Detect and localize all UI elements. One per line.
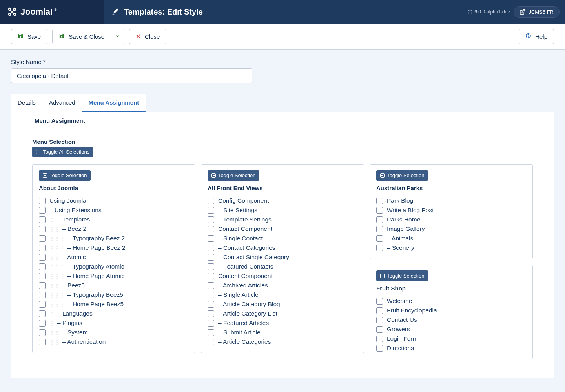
checkbox[interactable] — [208, 301, 214, 308]
menu-item-label[interactable]: – Template Settings — [218, 216, 272, 223]
checkbox[interactable] — [39, 339, 46, 345]
checkbox[interactable] — [376, 235, 383, 242]
menu-item-label[interactable]: – Archived Articles — [218, 282, 268, 289]
checkbox[interactable] — [208, 320, 214, 327]
checkbox[interactable] — [376, 298, 383, 305]
menu-item-label[interactable]: – Typography Beez 2 — [67, 235, 125, 242]
checkbox[interactable] — [208, 263, 214, 270]
menu-item-label[interactable]: – Languages — [57, 310, 93, 317]
checkbox[interactable] — [39, 273, 46, 279]
checkbox[interactable] — [208, 198, 214, 204]
checkbox[interactable] — [376, 326, 383, 333]
toggle-selection-button[interactable]: Toggle Selection — [376, 170, 428, 181]
checkbox[interactable] — [208, 207, 214, 214]
menu-item-label[interactable]: – Templates — [57, 216, 90, 223]
site-link-pill[interactable]: JCMS6 FR — [514, 6, 560, 18]
checkbox[interactable] — [376, 307, 383, 314]
checkbox[interactable] — [376, 216, 383, 223]
menu-item-label[interactable]: Config Component — [218, 197, 269, 204]
help-button[interactable]: Help — [519, 29, 554, 44]
save-dropdown-toggle[interactable] — [111, 29, 124, 44]
menu-item-label[interactable]: – Beez5 — [62, 282, 85, 289]
checkbox[interactable] — [208, 282, 214, 289]
menu-item-label[interactable]: – Authentication — [62, 338, 106, 345]
menu-item-label[interactable]: Growers — [387, 326, 410, 333]
checkbox[interactable] — [376, 345, 383, 352]
menu-item-label[interactable]: Contact Component — [218, 225, 272, 232]
checkbox[interactable] — [39, 310, 46, 317]
checkbox[interactable] — [376, 336, 383, 342]
menu-item-label[interactable]: – System — [62, 329, 88, 336]
menu-item-label[interactable]: Parks Home — [387, 216, 420, 223]
checkbox[interactable] — [39, 216, 46, 223]
checkbox[interactable] — [376, 317, 383, 323]
menu-item-label[interactable]: Welcome — [387, 298, 412, 305]
menu-item-label[interactable]: – Featured Contacts — [218, 263, 273, 270]
menu-item-label[interactable]: – Article Category Blog — [218, 301, 280, 308]
style-name-input[interactable] — [11, 68, 252, 83]
checkbox[interactable] — [39, 263, 46, 270]
checkbox[interactable] — [208, 235, 214, 242]
menu-item-label[interactable]: – Submit Article — [218, 329, 261, 336]
checkbox[interactable] — [208, 292, 214, 298]
checkbox[interactable] — [208, 254, 214, 261]
menu-item-label[interactable]: Content Component — [218, 272, 273, 279]
menu-item-label[interactable]: – Animals — [387, 235, 413, 242]
checkbox[interactable] — [208, 245, 214, 251]
menu-item-label[interactable]: – Article Category List — [218, 310, 277, 317]
checkbox[interactable] — [39, 301, 46, 308]
checkbox[interactable] — [39, 329, 46, 336]
menu-item-label[interactable]: – Featured Articles — [218, 319, 269, 327]
checkbox[interactable] — [208, 339, 214, 345]
checkbox[interactable] — [208, 329, 214, 336]
menu-item-label[interactable]: – Beez 2 — [62, 225, 86, 232]
checkbox[interactable] — [39, 235, 46, 242]
checkbox[interactable] — [208, 273, 214, 279]
checkbox[interactable] — [39, 245, 46, 251]
menu-item-label[interactable]: – Single Contact — [218, 235, 263, 242]
save-button[interactable]: Save — [11, 29, 47, 44]
checkbox[interactable] — [39, 198, 46, 204]
save-close-button[interactable]: Save & Close — [52, 29, 111, 44]
menu-item-label[interactable]: Contact Us — [387, 316, 417, 323]
toggle-selection-button[interactable]: Toggle Selection — [39, 170, 91, 181]
checkbox[interactable] — [208, 216, 214, 223]
menu-item-label[interactable]: Using Joomla! — [49, 197, 88, 204]
menu-item-label[interactable]: – Single Article — [218, 291, 259, 298]
checkbox[interactable] — [208, 226, 214, 232]
close-button[interactable]: Close — [129, 29, 166, 44]
menu-item-label[interactable]: – Contact Single Category — [218, 254, 289, 261]
tab-details[interactable]: Details — [11, 94, 42, 112]
toggle-selection-button[interactable]: Toggle Selection — [376, 270, 428, 281]
checkbox[interactable] — [39, 254, 46, 261]
menu-item-label[interactable]: – Site Settings — [218, 207, 257, 214]
menu-item-label[interactable]: Park Blog — [387, 197, 413, 204]
toggle-selection-button[interactable]: Toggle Selection — [208, 170, 259, 181]
version-badge[interactable]: 6.0.0-alpha1-dev — [468, 9, 510, 15]
checkbox[interactable] — [208, 310, 214, 317]
menu-item-label[interactable]: Directions — [387, 345, 414, 352]
checkbox[interactable] — [376, 245, 383, 251]
checkbox[interactable] — [39, 207, 46, 214]
menu-item-label[interactable]: – Atomic — [62, 254, 86, 261]
checkbox[interactable] — [39, 292, 46, 298]
menu-item-label[interactable]: – Plugins — [57, 319, 82, 327]
menu-item-label[interactable]: – Home Page Beez 2 — [67, 244, 125, 251]
menu-item-label[interactable]: Write a Blog Post — [387, 207, 434, 214]
tab-menu-assignment[interactable]: Menu Assignment — [82, 94, 146, 112]
menu-item-label[interactable]: – Scenery — [387, 244, 414, 251]
menu-item-label[interactable]: – Home Page Beez5 — [67, 301, 124, 308]
menu-item-label[interactable]: – Typography Beez5 — [67, 291, 123, 298]
checkbox[interactable] — [376, 207, 383, 214]
checkbox[interactable] — [39, 282, 46, 289]
menu-item-label[interactable]: – Home Page Atomic — [67, 272, 125, 279]
checkbox[interactable] — [376, 226, 383, 232]
menu-item-label[interactable]: Login Form — [387, 335, 417, 342]
checkbox[interactable] — [39, 320, 46, 327]
menu-item-label[interactable]: Image Gallery — [387, 225, 425, 232]
menu-item-label[interactable]: – Article Categories — [218, 338, 271, 345]
menu-item-label[interactable]: – Contact Categories — [218, 244, 275, 251]
checkbox[interactable] — [39, 226, 46, 232]
menu-item-label[interactable]: – Using Extensions — [49, 207, 102, 214]
tab-advanced[interactable]: Advanced — [42, 94, 82, 112]
